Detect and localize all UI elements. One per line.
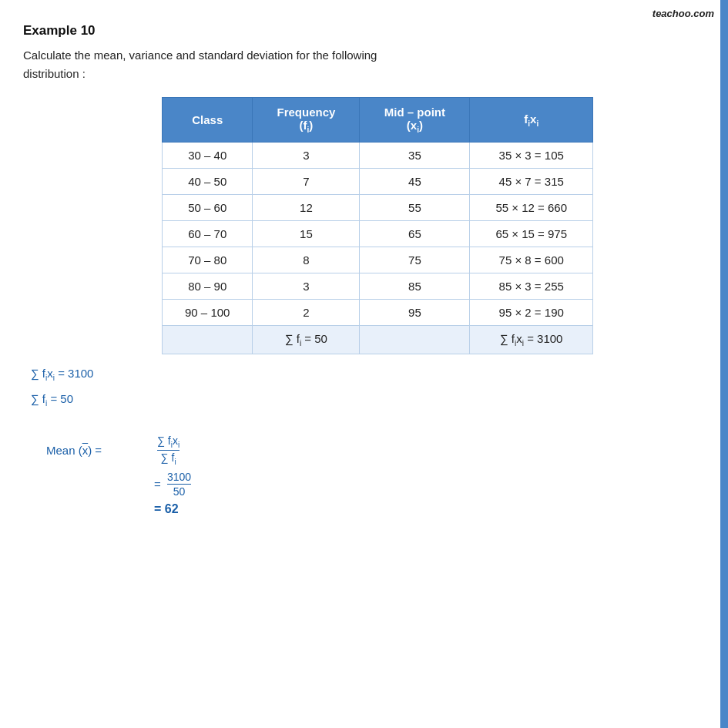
problem-line2: distribution :: [23, 67, 86, 80]
cell-mid: 65: [360, 221, 470, 247]
problem-line1: Calculate the mean, variance and standar…: [23, 49, 377, 62]
cell-fixi: 85 × 3 = 255: [470, 273, 593, 300]
cell-class: 40 – 50: [163, 169, 253, 195]
cell-class: 90 – 100: [163, 300, 253, 326]
sum-fi-line: ∑ fi = 50: [31, 387, 697, 411]
cell-mid: 85: [360, 273, 470, 300]
fraction-numerator: ∑ fixi: [157, 434, 179, 451]
col-header-midpoint: Mid – point(xi): [360, 98, 470, 143]
data-table: Class Frequency(fi) Mid – point(xi) fixi…: [162, 97, 593, 354]
numeric-denominator: 50: [173, 485, 186, 498]
table-row: 70 – 80 8 75 75 × 8 = 600: [163, 247, 593, 273]
cell-fixi: 55 × 12 = 660: [470, 195, 593, 221]
fraction-denominator: ∑ fi: [161, 451, 176, 466]
summary-freq: ∑ fi = 50: [253, 326, 360, 354]
cell-fixi: 45 × 7 = 315: [470, 169, 593, 195]
table-row: 90 – 100 2 95 95 × 2 = 190: [163, 300, 593, 326]
col-header-class: Class: [163, 98, 253, 143]
summary-fixi: ∑ fixi = 3100: [470, 326, 593, 354]
summary-row: ∑ fi = 50 ∑ fixi = 3100: [163, 326, 593, 354]
cell-fixi: 65 × 15 = 975: [470, 221, 593, 247]
summary-class: [163, 326, 253, 354]
cell-class: 50 – 60: [163, 195, 253, 221]
cell-freq: 8: [253, 247, 360, 273]
cell-mid: 45: [360, 169, 470, 195]
cell-class: 30 – 40: [163, 143, 253, 169]
cell-freq: 2: [253, 300, 360, 326]
cell-freq: 12: [253, 195, 360, 221]
below-table: ∑ fixi = 3100 ∑ fi = 50: [31, 362, 697, 411]
cell-fixi: 75 × 8 = 600: [470, 247, 593, 273]
cell-freq: 3: [253, 273, 360, 300]
mean-label: Mean (x) =: [46, 444, 154, 457]
table-row: 50 – 60 12 55 55 × 12 = 660: [163, 195, 593, 221]
table-row: 60 – 70 15 65 65 × 15 = 975: [163, 221, 593, 247]
cell-freq: 3: [253, 143, 360, 169]
problem-text: Calculate the mean, variance and standar…: [23, 46, 655, 83]
mean-fraction-symbol: ∑ fixi ∑ fi: [157, 434, 179, 466]
mean-formula-row: Mean (x) = ∑ fixi ∑ fi: [46, 434, 697, 466]
cell-freq: 15: [253, 221, 360, 247]
right-bar: [720, 0, 728, 728]
table-row: 80 – 90 3 85 85 × 3 = 255: [163, 273, 593, 300]
mean-equals: =: [154, 478, 164, 491]
example-title: Example 10: [23, 23, 697, 39]
mean-numeric-fraction: 3100 50: [167, 471, 191, 498]
cell-fixi: 95 × 2 = 190: [470, 300, 593, 326]
cell-freq: 7: [253, 169, 360, 195]
cell-mid: 35: [360, 143, 470, 169]
sum-fixi-line: ∑ fixi = 3100: [31, 362, 697, 386]
cell-class: 70 – 80: [163, 247, 253, 273]
mean-fraction: ∑ fixi ∑ fi: [154, 434, 183, 466]
cell-class: 60 – 70: [163, 221, 253, 247]
col-header-fixi: fixi: [470, 98, 593, 143]
cell-fixi: 35 × 3 = 105: [470, 143, 593, 169]
mean-value-row: = 3100 50: [154, 471, 697, 498]
mean-result: = 62: [154, 502, 697, 516]
table-row: 30 – 40 3 35 35 × 3 = 105: [163, 143, 593, 169]
cell-mid: 75: [360, 247, 470, 273]
numeric-numerator: 3100: [167, 471, 191, 485]
cell-class: 80 – 90: [163, 273, 253, 300]
cell-mid: 55: [360, 195, 470, 221]
table-row: 40 – 50 7 45 45 × 7 = 315: [163, 169, 593, 195]
table-wrapper: Class Frequency(fi) Mid – point(xi) fixi…: [162, 97, 697, 354]
col-header-frequency: Frequency(fi): [253, 98, 360, 143]
cell-mid: 95: [360, 300, 470, 326]
mean-section: Mean (x) = ∑ fixi ∑ fi = 3100 50 = 62: [46, 434, 697, 516]
summary-mid: [360, 326, 470, 354]
watermark: teachoo.com: [653, 8, 714, 19]
